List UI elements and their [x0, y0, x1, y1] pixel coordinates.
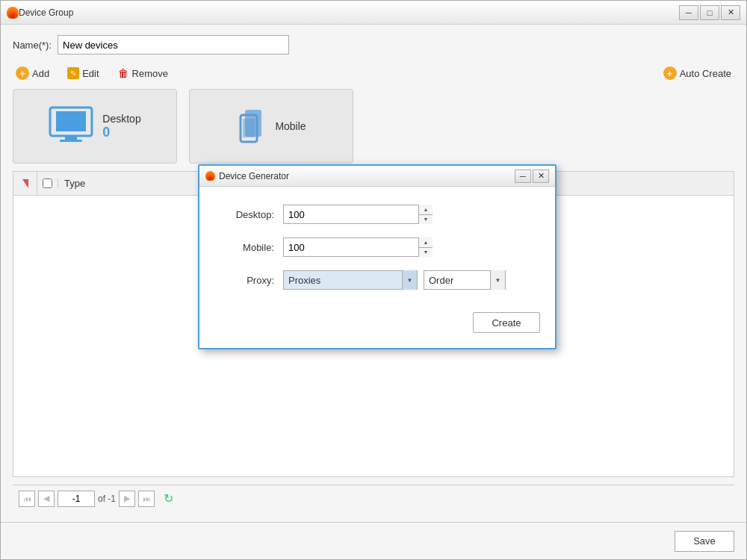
main-window: Device Group ─ □ ✕ Name(*): + Add ✎ Edit… [0, 0, 747, 560]
dialog-content: Desktop: ▲ ▼ Mobile: ▲ [199, 187, 555, 305]
mobile-spinner-arrows: ▲ ▼ [418, 237, 433, 257]
dialog-footer: Create [199, 305, 555, 348]
minimize-button[interactable]: ─ [679, 5, 698, 20]
name-label: Name(*): [13, 40, 52, 51]
mobile-spinner-input[interactable] [284, 238, 418, 256]
dialog-title-text: Device Generator [219, 171, 515, 181]
desktop-spinner-down[interactable]: ▼ [419, 215, 433, 225]
name-row: Name(*): [13, 35, 734, 55]
mobile-spinner-up[interactable]: ▲ [419, 237, 433, 248]
order-dropdown-text: Order [424, 275, 490, 286]
device-generator-dialog: Device Generator ─ ✕ Desktop: ▲ ▼ [198, 164, 557, 349]
dialog-minimize-button[interactable]: ─ [515, 169, 531, 183]
title-bar: Device Group ─ □ ✕ [1, 1, 746, 25]
mobile-spinner: ▲ ▼ [283, 237, 433, 257]
create-button[interactable]: Create [473, 312, 540, 333]
dialog-title-bar: Device Generator ─ ✕ [199, 166, 555, 187]
app-icon [7, 7, 19, 19]
title-bar-controls: ─ □ ✕ [679, 5, 740, 20]
window-title: Device Group [19, 7, 679, 18]
mobile-field-label: Mobile: [222, 242, 274, 253]
desktop-spinner-up[interactable]: ▲ [419, 205, 433, 215]
desktop-spinner-arrows: ▲ ▼ [418, 205, 433, 224]
order-dropdown-arrow: ▼ [490, 270, 505, 290]
proxy-selects: Proxies ▼ Order ▼ [283, 270, 506, 290]
proxy-dropdown-arrow: ▼ [402, 270, 417, 290]
close-button[interactable]: ✕ [721, 5, 740, 20]
proxy-dropdown-text: Proxies [284, 275, 402, 286]
desktop-spinner-input[interactable] [284, 205, 418, 223]
proxy-field-label: Proxy: [222, 275, 274, 286]
mobile-form-row: Mobile: ▲ ▼ [222, 237, 533, 257]
maximize-button[interactable]: □ [700, 5, 719, 20]
modal-overlay: Device Generator ─ ✕ Desktop: ▲ ▼ [0, 67, 747, 560]
proxy-form-row: Proxy: Proxies ▼ Order ▼ [222, 270, 533, 290]
order-dropdown[interactable]: Order ▼ [424, 270, 506, 290]
dialog-close-button[interactable]: ✕ [533, 169, 549, 183]
desktop-form-row: Desktop: ▲ ▼ [222, 205, 533, 224]
dialog-controls: ─ ✕ [515, 169, 549, 183]
dialog-app-icon [205, 171, 215, 181]
mobile-spinner-down[interactable]: ▼ [419, 248, 433, 258]
desktop-spinner: ▲ ▼ [283, 205, 433, 224]
proxy-dropdown[interactable]: Proxies ▼ [283, 270, 418, 290]
desktop-field-label: Desktop: [222, 209, 274, 220]
name-input[interactable] [58, 35, 289, 55]
